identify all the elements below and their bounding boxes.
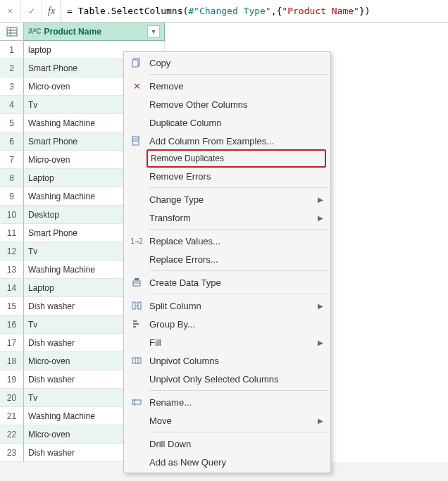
formula-text: = Table.SelectColumns( <box>67 6 188 16</box>
menu-change-type[interactable]: Change Type ▶ <box>124 190 330 208</box>
menu-label: Remove <box>149 81 323 92</box>
menu-label: Split Column <box>149 301 318 311</box>
column-header[interactable]: AᴮC Product Name ▼ <box>24 23 165 41</box>
menu-rename[interactable]: Rename... <box>124 393 330 411</box>
row-number[interactable]: 6 <box>0 132 24 151</box>
menu-label: Add Column From Examples... <box>149 136 323 146</box>
row-number[interactable]: 21 <box>0 407 24 425</box>
menu-label: Copy <box>149 58 323 68</box>
menu-unpivot-selected[interactable]: Unpivot Only Selected Columns <box>124 370 330 388</box>
menu-split-column[interactable]: Split Column ▶ <box>124 296 330 315</box>
chevron-right-icon: ▶ <box>318 417 323 425</box>
menu-fill[interactable]: Fill ▶ <box>124 333 330 351</box>
column-name: Product Name <box>44 27 144 37</box>
row-number[interactable]: 23 <box>0 444 24 462</box>
menu-remove-errors[interactable]: Remove Errors <box>124 167 330 185</box>
row-number[interactable]: 1 <box>0 41 24 59</box>
menu-copy[interactable]: Copy <box>124 54 330 72</box>
svg-rect-5 <box>132 60 138 67</box>
row-number[interactable]: 4 <box>0 96 24 114</box>
row-number[interactable]: 20 <box>0 389 24 407</box>
chevron-right-icon: ▶ <box>318 339 323 346</box>
row-number[interactable]: 8 <box>0 169 24 187</box>
menu-label: Transform <box>149 213 318 223</box>
menu-label: Replace Errors... <box>149 254 323 265</box>
row-number[interactable]: 22 <box>0 425 24 444</box>
menu-label: Rename... <box>149 397 323 408</box>
group-icon <box>124 319 149 329</box>
row-number[interactable]: 18 <box>0 352 24 370</box>
chevron-right-icon: ▶ <box>318 214 323 222</box>
formula-ref: #"Changed Type" <box>188 6 270 16</box>
formula-input[interactable]: = Table.SelectColumns(#"Changed Type",{"… <box>61 0 448 22</box>
menu-replace-values[interactable]: 1→2 Replace Values... <box>124 232 330 250</box>
menu-remove-duplicates[interactable]: Remove Duplicates <box>147 149 326 168</box>
menu-separator <box>149 74 329 75</box>
row-number[interactable]: 9 <box>0 187 24 206</box>
menu-label: Replace Values... <box>149 236 323 246</box>
menu-label: Remove Duplicates <box>151 154 325 163</box>
accept-button[interactable]: ✓ <box>21 0 42 23</box>
menu-label: Drill Down <box>149 439 323 449</box>
menu-move[interactable]: Move ▶ <box>124 411 330 430</box>
table-icon <box>6 26 18 37</box>
row-number[interactable]: 7 <box>0 151 24 169</box>
menu-create-data-type[interactable]: Create Data Type <box>124 273 330 292</box>
menu-add-column-from-examples[interactable]: Add Column From Examples... <box>124 132 330 150</box>
menu-label: Change Type <box>149 194 318 205</box>
formula-string: "Product Name" <box>282 6 359 16</box>
row-number[interactable]: 5 <box>0 114 24 132</box>
row-number[interactable]: 10 <box>0 206 24 224</box>
row-number[interactable]: 12 <box>0 242 24 261</box>
formula-text: ,{ <box>271 6 282 16</box>
examples-icon <box>124 136 149 146</box>
split-icon <box>124 301 149 311</box>
cancel-button[interactable]: × <box>0 0 21 23</box>
svg-rect-21 <box>132 400 141 404</box>
row-number[interactable]: 2 <box>0 59 24 77</box>
row-number[interactable]: 16 <box>0 316 24 334</box>
menu-separator <box>149 390 329 391</box>
row-number[interactable]: 15 <box>0 297 24 316</box>
row-number[interactable]: 19 <box>0 370 24 389</box>
rename-icon <box>124 397 149 407</box>
menu-replace-errors[interactable]: Replace Errors... <box>124 250 330 268</box>
menu-label: Remove Errors <box>149 171 323 182</box>
chevron-down-icon: ▼ <box>151 28 157 35</box>
row-number[interactable]: 13 <box>0 261 24 279</box>
row-number[interactable]: 17 <box>0 334 24 352</box>
replace-icon: 1→2 <box>124 237 149 245</box>
svg-rect-11 <box>135 278 139 280</box>
menu-label: Remove Other Columns <box>149 99 323 110</box>
menu-separator <box>149 229 329 230</box>
row-number[interactable]: 11 <box>0 224 24 242</box>
x-icon: × <box>8 6 13 16</box>
menu-label: Create Data Type <box>149 277 323 288</box>
menu-unpivot-columns[interactable]: Unpivot Columns <box>124 351 330 370</box>
row-number[interactable]: 14 <box>0 279 24 297</box>
text-type-icon: AᴮC <box>28 27 41 35</box>
row-number[interactable]: 3 <box>0 77 24 96</box>
unpivot-icon <box>124 356 149 366</box>
menu-separator <box>149 270 329 271</box>
menu-group-by[interactable]: Group By... <box>124 315 330 333</box>
svg-rect-18 <box>132 358 141 363</box>
fx-label: fx <box>42 0 61 22</box>
chevron-right-icon: ▶ <box>318 196 323 204</box>
menu-separator <box>149 294 329 294</box>
menu-duplicate-column[interactable]: Duplicate Column <box>124 113 330 132</box>
svg-rect-12 <box>132 302 135 309</box>
remove-icon: ✕ <box>124 81 149 92</box>
menu-label: Fill <box>149 337 318 348</box>
column-filter-button[interactable]: ▼ <box>147 25 160 38</box>
select-all-button[interactable] <box>0 23 24 41</box>
menu-remove-other-columns[interactable]: Remove Other Columns <box>124 95 330 113</box>
menu-separator <box>149 432 329 432</box>
menu-label: Unpivot Only Selected Columns <box>149 374 323 385</box>
menu-remove[interactable]: ✕ Remove <box>124 77 330 95</box>
menu-transform[interactable]: Transform ▶ <box>124 208 330 227</box>
menu-label: Add as New Query <box>149 457 323 468</box>
menu-drill-down[interactable]: Drill Down <box>124 435 330 453</box>
menu-label: Unpivot Columns <box>149 356 323 366</box>
menu-add-as-new-query[interactable]: Add as New Query <box>124 453 330 471</box>
